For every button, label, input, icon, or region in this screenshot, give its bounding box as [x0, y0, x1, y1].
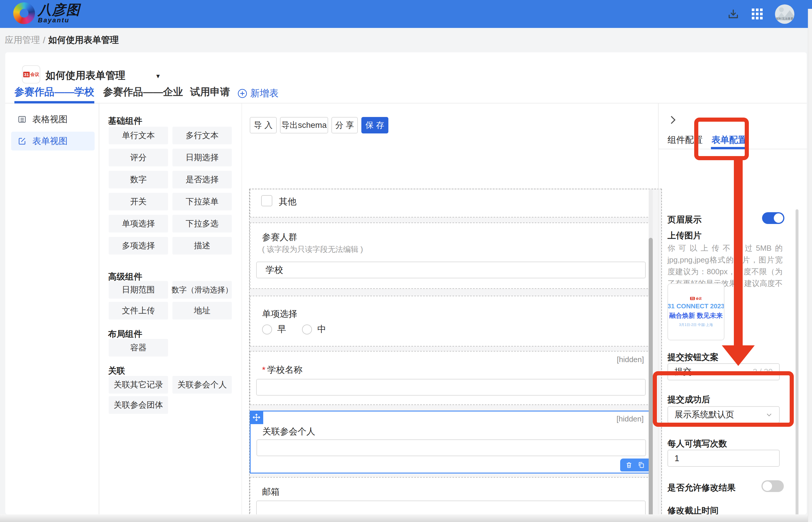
component-relate-person[interactable]: 关联参会个人 — [172, 376, 232, 394]
field-action-bar — [620, 459, 650, 471]
field-block-audience[interactable]: 参赛人群 ( 该字段为只读字段无法编辑 ) 学校 — [250, 222, 651, 289]
download-icon[interactable] — [727, 8, 740, 20]
component-number[interactable]: 数字 — [109, 171, 168, 188]
section-title-basic: 基础组件 — [108, 115, 142, 127]
bayantu-logo[interactable]: 八彦图 Bayantu — [13, 2, 80, 24]
tab-component-config[interactable]: 组件配置 — [667, 134, 703, 146]
field-block-school-name[interactable]: [hidden] *学校名称 — [250, 351, 651, 405]
share-button[interactable]: 分 享 — [331, 117, 358, 134]
hidden-badge: [hidden] — [617, 355, 644, 364]
email-label: 邮箱 — [262, 486, 280, 498]
caret-down-icon[interactable]: ▼ — [155, 73, 161, 80]
audience-input[interactable]: 学校 — [256, 262, 646, 278]
component-dropdown[interactable]: 下拉菜单 — [172, 193, 232, 210]
page-title: 如何使用表单管理 — [45, 69, 125, 82]
bayantu-swirl-icon — [13, 2, 35, 24]
app-grid-icon[interactable] — [752, 8, 763, 19]
component-dropdown-multi[interactable]: 下拉多选 — [172, 215, 232, 233]
audience-readonly-note: ( 该字段为只读字段无法编辑 ) — [262, 244, 363, 255]
field-block-other[interactable]: 其他 — [250, 189, 651, 218]
app-window: 八彦图 Bayantu 暂时无法查看 应用管理 / 如何使用表单管 — [0, 0, 812, 522]
table-view-icon — [18, 115, 26, 124]
school-name-input[interactable] — [256, 379, 646, 396]
canvas-scrollbar-thumb[interactable] — [649, 238, 653, 522]
active-tab-underline — [711, 147, 746, 149]
window-bottom-strip — [0, 514, 812, 522]
submit-text-input[interactable]: 提交 2 / 20 — [667, 363, 780, 380]
component-multi-choice[interactable]: 多项选择 — [109, 237, 168, 255]
section-title-relation: 关联 — [108, 365, 125, 377]
component-single-choice[interactable]: 单项选择 — [109, 215, 168, 233]
plus-circle-icon — [237, 88, 247, 98]
move-cross-icon — [252, 413, 261, 422]
avatar[interactable]: 暂时无法查看 — [775, 4, 794, 24]
tab-enterprise[interactable]: 参赛作品——企业 — [103, 85, 183, 103]
component-switch[interactable]: 开关 — [109, 193, 168, 210]
submit-text-label: 提交按钮文案 — [667, 352, 719, 363]
other-checkbox[interactable] — [261, 195, 272, 206]
after-submit-select[interactable]: 展示系统默认页 — [667, 406, 780, 423]
component-yes-no[interactable]: 是否选择 — [172, 171, 232, 188]
preview-line2: 融合焕新 数见未来 — [669, 311, 723, 320]
radio-noon[interactable] — [302, 324, 312, 335]
sidebar-item-form-view[interactable]: 表单视图 — [11, 132, 95, 150]
import-button[interactable]: 导 入 — [250, 117, 277, 134]
preview-line3: 3月1日-2日 中国·上海 — [679, 322, 713, 327]
avatar-placeholder-text: 暂时无法查看 — [775, 17, 794, 21]
single-choice-label: 单项选择 — [262, 308, 297, 320]
component-single-text[interactable]: 单行文本 — [109, 127, 168, 144]
chevron-down-icon — [766, 411, 773, 418]
trash-icon[interactable] — [625, 461, 633, 469]
component-relate-group[interactable]: 关联参会团体 — [109, 396, 168, 414]
fill-times-input[interactable]: 1 — [667, 450, 780, 467]
header-image-preview[interactable]: 31会议 31 CONNECT 2023 融合焕新 数见未来 3月1日-2日 中… — [667, 283, 725, 340]
field-block-relate-person[interactable]: [hidden] 关联参会个人 — [250, 410, 651, 474]
tab-school[interactable]: 参赛作品——学校 — [14, 85, 94, 103]
component-number-slider[interactable]: 数字（滑动选择） — [172, 281, 232, 299]
copy-icon[interactable] — [638, 461, 645, 469]
allow-modify-label: 是否允许修改结果 — [667, 482, 736, 494]
top-header-bar: 八彦图 Bayantu 暂时无法查看 — [0, 0, 812, 28]
component-relate-records[interactable]: 关联其它记录 — [109, 376, 168, 394]
breadcrumb-parent[interactable]: 应用管理 — [5, 34, 40, 46]
preview-line1: 31 CONNECT 2023 — [667, 302, 725, 310]
page-scrollbar[interactable] — [808, 9, 812, 522]
breadcrumb-separator: / — [43, 35, 45, 45]
school-name-label: 学校名称 — [267, 365, 303, 375]
collapse-panel-icon[interactable] — [669, 115, 677, 125]
radio-morning[interactable] — [262, 324, 272, 335]
main-card: 31会议 如何使用表单管理 ▼ 参赛作品——学校 参赛作品——企业 试用申请 新… — [5, 52, 807, 514]
tab-form-config[interactable]: 表单配置 — [711, 134, 747, 146]
move-handle[interactable] — [250, 410, 263, 424]
component-date-range[interactable]: 日期范围 — [109, 281, 168, 299]
panel-scrollbar-thumb[interactable] — [795, 209, 798, 522]
export-schema-button[interactable]: 导出schema — [280, 117, 328, 134]
add-table-button[interactable]: 新增表 — [237, 87, 278, 100]
form-canvas: 导 入 导出schema 分 享 保 存 其他 参赛人群 ( 该字段为只读字段无… — [242, 103, 658, 514]
relate-person-input[interactable] — [256, 439, 646, 456]
component-rating[interactable]: 评分 — [109, 149, 168, 166]
field-block-single-choice[interactable]: 单项选择 早 中 — [250, 296, 651, 346]
allow-modify-toggle[interactable] — [762, 480, 784, 492]
tab-trial[interactable]: 试用申请 — [190, 85, 230, 103]
component-multi-text[interactable]: 多行文本 — [172, 127, 232, 144]
component-address[interactable]: 地址 — [172, 302, 232, 320]
radio-noon-label: 中 — [317, 323, 326, 335]
audience-label: 参赛人群 — [262, 231, 297, 243]
component-date-select[interactable]: 日期选择 — [172, 149, 232, 166]
char-counter: 2 / 20 — [753, 367, 773, 377]
component-description[interactable]: 描述 — [172, 237, 232, 255]
form-view-icon — [18, 137, 26, 145]
logo-text-en: Bayantu — [38, 17, 80, 23]
component-file-upload[interactable]: 文件上传 — [109, 302, 168, 320]
header-display-toggle[interactable] — [762, 212, 784, 224]
breadcrumb-current: 如何使用表单管理 — [48, 34, 119, 46]
component-container[interactable]: 容器 — [109, 339, 168, 357]
component-panel: 基础组件 单行文本 多行文本 评分 日期选择 数字 是否选择 开关 下拉菜单 单… — [99, 103, 242, 514]
save-button[interactable]: 保 存 — [361, 117, 388, 134]
sidebar-item-table-view[interactable]: 表格视图 — [11, 110, 95, 129]
radio-morning-label: 早 — [277, 323, 286, 335]
hidden-badge: [hidden] — [616, 415, 644, 424]
breadcrumb: 应用管理 / 如何使用表单管理 — [0, 28, 812, 52]
other-label: 其他 — [279, 196, 296, 208]
